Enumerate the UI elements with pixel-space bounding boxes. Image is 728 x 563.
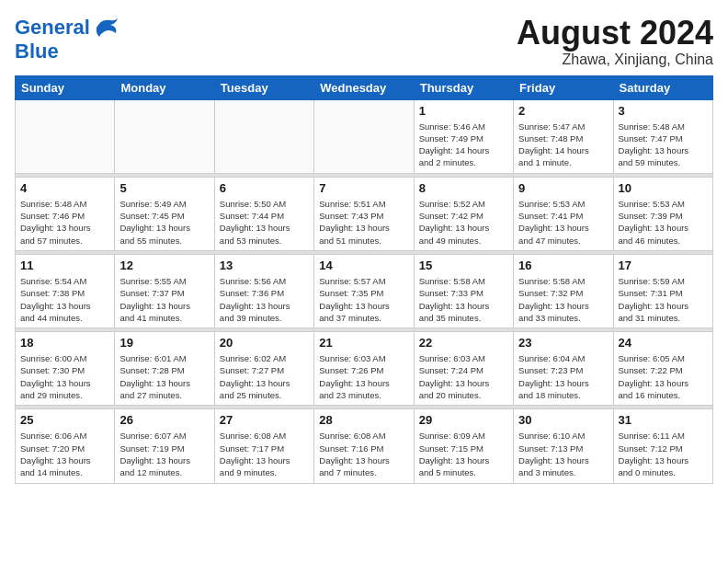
weekday-header-wednesday: Wednesday: [314, 75, 414, 99]
day-number: 27: [220, 413, 309, 427]
day-number: 18: [20, 336, 109, 350]
day-info: Sunrise: 6:05 AM Sunset: 7:22 PM Dayligh…: [619, 352, 708, 401]
calendar-cell: 5Sunrise: 5:49 AM Sunset: 7:45 PM Daylig…: [115, 177, 214, 250]
day-info: Sunrise: 6:03 AM Sunset: 7:24 PM Dayligh…: [419, 352, 508, 401]
day-number: 1: [419, 104, 508, 118]
weekday-header-thursday: Thursday: [414, 75, 513, 99]
day-info: Sunrise: 6:07 AM Sunset: 7:19 PM Dayligh…: [119, 430, 209, 478]
day-number: 22: [419, 336, 508, 350]
day-number: 16: [518, 259, 608, 272]
calendar-cell: 31Sunrise: 6:11 AM Sunset: 7:12 PM Dayli…: [613, 409, 712, 483]
day-info: Sunrise: 5:53 AM Sunset: 7:39 PM Dayligh…: [619, 198, 708, 247]
day-info: Sunrise: 6:10 AM Sunset: 7:13 PM Dayligh…: [518, 430, 608, 478]
day-number: 29: [419, 413, 508, 427]
day-number: 12: [119, 259, 209, 272]
day-number: 30: [518, 413, 608, 427]
logo-text-blue: Blue: [15, 40, 119, 63]
calendar-cell: 16Sunrise: 5:58 AM Sunset: 7:32 PM Dayli…: [514, 254, 613, 327]
day-info: Sunrise: 6:04 AM Sunset: 7:23 PM Dayligh…: [518, 352, 608, 401]
calendar-cell: 20Sunrise: 6:02 AM Sunset: 7:27 PM Dayli…: [214, 332, 313, 406]
day-number: 8: [419, 181, 508, 195]
day-number: 25: [20, 413, 109, 427]
calendar-cell: 25Sunrise: 6:06 AM Sunset: 7:20 PM Dayli…: [16, 409, 115, 483]
day-info: Sunrise: 6:09 AM Sunset: 7:15 PM Dayligh…: [419, 430, 508, 478]
calendar-cell: 19Sunrise: 6:01 AM Sunset: 7:28 PM Dayli…: [115, 332, 214, 406]
day-info: Sunrise: 5:58 AM Sunset: 7:32 PM Dayligh…: [518, 275, 608, 324]
day-number: 7: [319, 181, 408, 195]
day-info: Sunrise: 6:08 AM Sunset: 7:17 PM Dayligh…: [220, 430, 309, 478]
calendar-week-row: 25Sunrise: 6:06 AM Sunset: 7:20 PM Dayli…: [16, 409, 713, 483]
calendar-cell: 14Sunrise: 5:57 AM Sunset: 7:35 PM Dayli…: [314, 254, 414, 327]
day-info: Sunrise: 5:48 AM Sunset: 7:46 PM Dayligh…: [20, 198, 109, 247]
logo: General Blue: [15, 15, 119, 63]
day-info: Sunrise: 5:56 AM Sunset: 7:36 PM Dayligh…: [220, 275, 309, 324]
day-number: 31: [619, 413, 708, 427]
day-number: 26: [119, 413, 209, 427]
day-info: Sunrise: 5:58 AM Sunset: 7:33 PM Dayligh…: [419, 275, 508, 324]
calendar-cell: 1Sunrise: 5:46 AM Sunset: 7:49 PM Daylig…: [414, 99, 513, 173]
location: Zhawa, Xinjiang, China: [517, 52, 713, 68]
calendar-cell: 12Sunrise: 5:55 AM Sunset: 7:37 PM Dayli…: [115, 254, 214, 327]
day-number: 10: [619, 181, 708, 195]
calendar-cell: 7Sunrise: 5:51 AM Sunset: 7:43 PM Daylig…: [314, 177, 414, 250]
day-info: Sunrise: 6:11 AM Sunset: 7:12 PM Dayligh…: [619, 430, 708, 478]
calendar-table: SundayMondayTuesdayWednesdayThursdayFrid…: [15, 75, 713, 484]
calendar-week-row: 18Sunrise: 6:00 AM Sunset: 7:30 PM Dayli…: [16, 332, 713, 406]
calendar-cell: 6Sunrise: 5:50 AM Sunset: 7:44 PM Daylig…: [214, 177, 313, 250]
calendar-cell: 22Sunrise: 6:03 AM Sunset: 7:24 PM Dayli…: [414, 332, 513, 406]
day-info: Sunrise: 6:06 AM Sunset: 7:20 PM Dayligh…: [20, 430, 109, 478]
day-info: Sunrise: 5:57 AM Sunset: 7:35 PM Dayligh…: [319, 275, 408, 324]
calendar-week-row: 4Sunrise: 5:48 AM Sunset: 7:46 PM Daylig…: [16, 177, 713, 250]
logo-text: General: [15, 17, 90, 39]
day-info: Sunrise: 6:00 AM Sunset: 7:30 PM Dayligh…: [20, 352, 109, 401]
day-number: 6: [220, 181, 309, 195]
calendar-cell: 8Sunrise: 5:52 AM Sunset: 7:42 PM Daylig…: [414, 177, 513, 250]
calendar-cell: [314, 99, 414, 173]
calendar-cell: 9Sunrise: 5:53 AM Sunset: 7:41 PM Daylig…: [514, 177, 613, 250]
day-number: 4: [20, 181, 109, 195]
calendar-week-row: 1Sunrise: 5:46 AM Sunset: 7:49 PM Daylig…: [16, 99, 713, 173]
month-title: August 2024: [517, 15, 713, 52]
calendar-header-row: SundayMondayTuesdayWednesdayThursdayFrid…: [16, 75, 713, 99]
calendar-week-row: 11Sunrise: 5:54 AM Sunset: 7:38 PM Dayli…: [16, 254, 713, 327]
day-number: 23: [518, 336, 608, 350]
calendar-cell: 23Sunrise: 6:04 AM Sunset: 7:23 PM Dayli…: [514, 332, 613, 406]
calendar-cell: 13Sunrise: 5:56 AM Sunset: 7:36 PM Dayli…: [214, 254, 313, 327]
day-info: Sunrise: 5:47 AM Sunset: 7:48 PM Dayligh…: [518, 121, 608, 169]
day-number: 11: [20, 259, 109, 272]
calendar-cell: [214, 99, 313, 173]
weekday-header-monday: Monday: [115, 75, 214, 99]
calendar-cell: 27Sunrise: 6:08 AM Sunset: 7:17 PM Dayli…: [214, 409, 313, 483]
weekday-header-tuesday: Tuesday: [214, 75, 313, 99]
day-number: 24: [619, 336, 708, 350]
day-info: Sunrise: 5:54 AM Sunset: 7:38 PM Dayligh…: [20, 275, 109, 324]
day-number: 19: [119, 336, 209, 350]
day-number: 21: [319, 336, 408, 350]
day-info: Sunrise: 5:59 AM Sunset: 7:31 PM Dayligh…: [619, 275, 708, 324]
day-number: 14: [319, 259, 408, 272]
day-number: 3: [619, 104, 708, 118]
calendar-cell: 28Sunrise: 6:08 AM Sunset: 7:16 PM Dayli…: [314, 409, 414, 483]
day-info: Sunrise: 5:46 AM Sunset: 7:49 PM Dayligh…: [419, 121, 508, 169]
day-info: Sunrise: 5:51 AM Sunset: 7:43 PM Dayligh…: [319, 198, 408, 247]
day-number: 15: [419, 259, 508, 272]
day-info: Sunrise: 6:08 AM Sunset: 7:16 PM Dayligh…: [319, 430, 408, 478]
calendar-cell: 24Sunrise: 6:05 AM Sunset: 7:22 PM Dayli…: [613, 332, 712, 406]
calendar-cell: 3Sunrise: 5:48 AM Sunset: 7:47 PM Daylig…: [613, 99, 712, 173]
calendar-cell: 10Sunrise: 5:53 AM Sunset: 7:39 PM Dayli…: [613, 177, 712, 250]
day-info: Sunrise: 5:52 AM Sunset: 7:42 PM Dayligh…: [419, 198, 508, 247]
calendar-cell: 4Sunrise: 5:48 AM Sunset: 7:46 PM Daylig…: [16, 177, 115, 250]
day-info: Sunrise: 6:02 AM Sunset: 7:27 PM Dayligh…: [220, 352, 309, 401]
day-info: Sunrise: 5:55 AM Sunset: 7:37 PM Dayligh…: [119, 275, 209, 324]
calendar-cell: 17Sunrise: 5:59 AM Sunset: 7:31 PM Dayli…: [613, 254, 712, 327]
calendar-cell: [16, 99, 115, 173]
calendar-cell: 30Sunrise: 6:10 AM Sunset: 7:13 PM Dayli…: [514, 409, 613, 483]
day-info: Sunrise: 6:01 AM Sunset: 7:28 PM Dayligh…: [119, 352, 209, 401]
day-number: 5: [119, 181, 209, 195]
calendar-cell: 21Sunrise: 6:03 AM Sunset: 7:26 PM Dayli…: [314, 332, 414, 406]
day-number: 20: [220, 336, 309, 350]
calendar-cell: 11Sunrise: 5:54 AM Sunset: 7:38 PM Dayli…: [16, 254, 115, 327]
day-info: Sunrise: 5:53 AM Sunset: 7:41 PM Dayligh…: [518, 198, 608, 247]
day-info: Sunrise: 5:50 AM Sunset: 7:44 PM Dayligh…: [220, 198, 309, 247]
weekday-header-friday: Friday: [514, 75, 613, 99]
